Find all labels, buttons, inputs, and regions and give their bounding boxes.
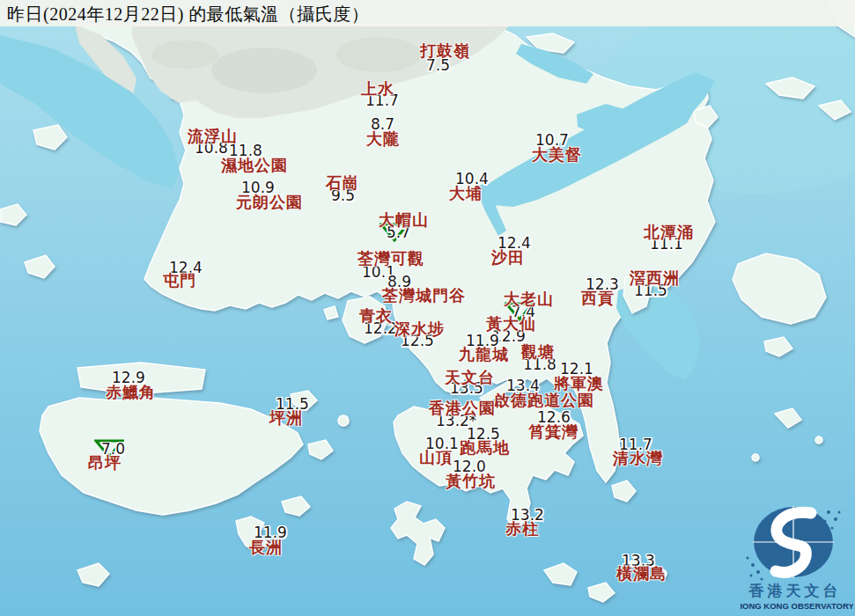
station-name: 沙田 (491, 247, 525, 268)
station-name: 北潭涌 (644, 222, 694, 243)
station-name: 滘西洲 (630, 268, 680, 289)
logo-chinese-name: 香港天文台 (748, 583, 842, 599)
station-name: 觀塘 (521, 341, 555, 363)
logo-english-name: HONG KONG OBSERVATORY (741, 601, 853, 611)
station-name: 黃竹坑 (446, 471, 496, 492)
station-name: 香港公園 (429, 398, 496, 419)
station-name: 筲箕灣 (528, 422, 579, 443)
station-name: 橫瀾島 (616, 563, 667, 584)
min-temp-map: 昨日(2024年12月22日) 的最低氣溫（攝氏度） 7.5打鼓嶺11.7上水8… (0, 0, 855, 616)
station-name: 荃灣城門谷 (382, 285, 466, 306)
station-name: 赤柱 (505, 518, 539, 539)
station-name: 大隴 (366, 128, 400, 150)
station-name: 長洲 (249, 537, 283, 558)
station-name: 天文台 (445, 367, 495, 388)
hong-kong-map (0, 0, 855, 616)
station-name: 深水埗 (394, 319, 445, 340)
station-name: 大帽山 (379, 209, 429, 231)
station-name: 青衣 (359, 305, 393, 326)
station-name: 山頂 (419, 447, 453, 468)
station-name: 大埔 (449, 183, 483, 204)
station-name: 西貢 (581, 288, 615, 309)
station-name: 石崗 (326, 172, 359, 194)
station-name: 大老山 (504, 289, 554, 310)
station-name: 屯門 (163, 270, 196, 291)
station-name: 元朗公園 (236, 192, 303, 213)
hko-logo-graphic: 香港天文台 HONG KONG OBSERVATORY (741, 502, 853, 614)
station-name: 清水灣 (613, 448, 663, 469)
station-name: 打鼓嶺 (420, 40, 470, 62)
station-name: 九龍城 (459, 344, 509, 365)
station-name: 荃灣可觀 (357, 248, 424, 269)
station-name: 將軍澳 (554, 373, 604, 394)
station-name: 大美督 (532, 144, 582, 165)
station-name: 濕地公園 (221, 155, 288, 176)
station-name: 坪洲 (269, 407, 303, 429)
page-title: 昨日(2024年12月22日) 的最低氣溫（攝氏度） (7, 3, 369, 26)
station-name: 赤鱲角 (106, 382, 156, 403)
station-name: 跑馬地 (460, 437, 510, 458)
hko-logo: 香港天文台 HONG KONG OBSERVATORY (741, 502, 853, 614)
station-name: 上水 (361, 78, 394, 99)
station-name: 昂坪 (88, 452, 122, 473)
